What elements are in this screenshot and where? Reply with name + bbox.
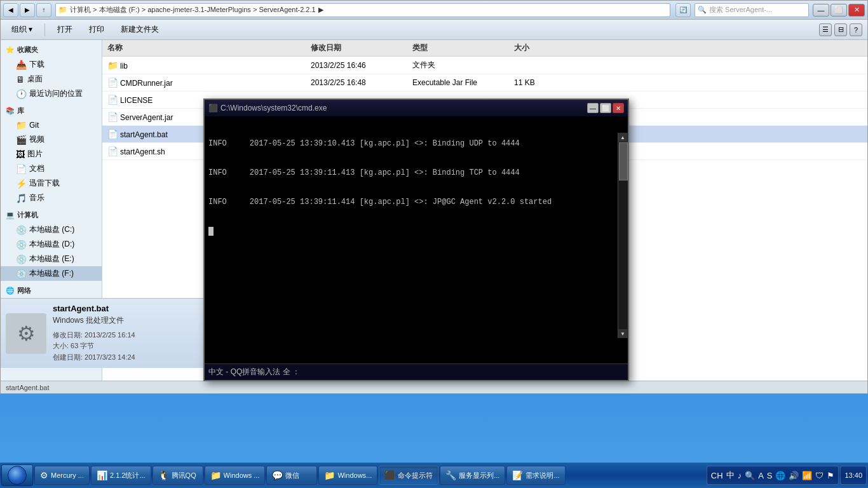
cmd-close-button[interactable]: ✕ <box>613 103 624 113</box>
sh-icon: 📄 <box>107 146 118 156</box>
taskbar-item-windows1[interactable]: 📁 Windows ... <box>205 466 266 485</box>
sidebar-item-recent[interactable]: 🕐 最近访问的位置 <box>1 86 102 101</box>
qq-icon: 🐧 <box>158 470 169 480</box>
address-text: 计算机 > 本地磁盘 (F:) > apache-jmeter-3.1-JMet… <box>70 5 316 15</box>
minimize-button[interactable]: — <box>813 4 829 17</box>
file-row-cmdrunner[interactable]: 📄CMDRunner.jar 2013/2/25 16:48 Executabl… <box>102 74 867 92</box>
sidebar-header-computer[interactable]: 💻 计算机 <box>1 208 102 222</box>
print-button[interactable]: 打印 <box>83 22 110 37</box>
sidebar-item-desktop[interactable]: 🖥 桌面 <box>1 72 102 86</box>
col-header-size[interactable]: 大小 <box>512 41 575 55</box>
clock[interactable]: 13:40 <box>840 466 867 485</box>
preview-filename: startAgent.bat <box>53 304 218 313</box>
new-folder-button[interactable]: 新建文件夹 <box>115 22 165 37</box>
status-bar: startAgent.bat <box>1 381 867 393</box>
taskbar: ⚙ Mercury ... 📊 2.1.2统计... 🐧 腾讯QQ 📁 Wind… <box>0 463 868 488</box>
file-row-lib[interactable]: 📁lib 2013/2/25 16:46 文件夹 <box>102 57 867 74</box>
open-button[interactable]: 打开 <box>51 22 78 37</box>
taskbar-item-qq[interactable]: 🐧 腾讯QQ <box>153 466 203 485</box>
cmd-scrollbar[interactable]: ▲ ▼ <box>618 133 628 338</box>
back-button[interactable]: ◀ <box>3 3 18 17</box>
sidebar-header-network[interactable]: 🌐 网络 <box>1 283 102 298</box>
sidebar-item-d[interactable]: 💿 本地磁盘 (D:) <box>1 237 102 252</box>
start-button[interactable] <box>1 464 33 486</box>
file-list-header: 名称 修改日期 类型 大小 <box>102 40 867 57</box>
bat-icon: 📄 <box>107 129 118 139</box>
col-header-type[interactable]: 类型 <box>410 41 512 55</box>
cmd-minimize-button[interactable]: — <box>587 103 599 113</box>
systray-sound1[interactable]: ♪ <box>736 471 743 480</box>
sidebar-item-f[interactable]: 💿 本地磁盘 (F:) <box>1 266 102 281</box>
taskbar-item-wechat[interactable]: 💬 微信 <box>266 466 317 485</box>
scroll-up-button[interactable]: ▲ <box>618 133 627 142</box>
sidebar-item-downloads[interactable]: 📥 下载 <box>1 57 102 72</box>
systray: CH 中 ♪ 🔍 A S 🌐 🔊 📶 🛡 ⚑ <box>707 466 839 485</box>
video-icon: 🎬 <box>16 135 27 145</box>
taskbar-item-stats[interactable]: 📊 2.1.2统计... <box>91 466 151 485</box>
jar-icon-cmdrunner: 📄 <box>107 78 118 88</box>
systray-security[interactable]: 🛡 <box>814 471 825 480</box>
favorites-icon: ⭐ <box>6 46 15 54</box>
doc-taskbar-icon: 📝 <box>512 470 523 480</box>
search-placeholder: 搜索 ServerAgent-... <box>709 5 772 15</box>
col-header-name[interactable]: 名称 <box>105 41 308 55</box>
systray-ime[interactable]: 中 <box>725 470 736 481</box>
license-icon: 📄 <box>107 95 118 105</box>
up-button[interactable]: ↑ <box>36 3 51 17</box>
sidebar-section-network: 🌐 网络 <box>1 283 102 298</box>
cmd-content[interactable]: INFO 2017-05-25 13:39:10.413 [kg.apc.pl]… <box>205 116 628 363</box>
systray-search[interactable]: 🔍 <box>743 471 756 480</box>
search-icon: 🔍 <box>698 6 707 14</box>
sidebar-header-libraries[interactable]: 📚 库 <box>1 104 102 118</box>
git-icon: 📁 <box>16 120 27 130</box>
music-icon: 🎵 <box>16 193 27 203</box>
computer-icon: 💻 <box>6 211 15 219</box>
sidebar-item-c[interactable]: 💿 本地磁盘 (C:) <box>1 222 102 237</box>
systray-sound2[interactable]: 🔊 <box>787 471 800 480</box>
systray-network[interactable]: 📶 <box>801 471 813 480</box>
preview-info: startAgent.bat Windows 批处理文件 修改日期: 2013/… <box>53 304 218 363</box>
sidebar-header-favorites[interactable]: ⭐ 收藏夹 <box>1 43 102 57</box>
taskbar-item-mercury[interactable]: ⚙ Mercury ... <box>34 466 90 485</box>
taskbar-item-doc[interactable]: 📝 需求说明... <box>506 466 565 485</box>
cmd-titlebar: ⬛ C:\Windows\system32\cmd.exe — ⬜ ✕ <box>205 100 628 116</box>
documents-icon: 📄 <box>16 164 27 174</box>
cmd-ime-bar: 中文 - QQ拼音输入法 全 ： <box>205 363 628 380</box>
cmd-restore-button[interactable]: ⬜ <box>600 103 611 113</box>
col-header-date[interactable]: 修改日期 <box>308 41 410 55</box>
sidebar-item-music[interactable]: 🎵 音乐 <box>1 191 102 205</box>
disk-d-icon: 💿 <box>16 240 27 250</box>
sidebar-item-git[interactable]: 📁 Git <box>1 118 102 132</box>
restore-button[interactable]: ⬜ <box>831 4 847 17</box>
folder-taskbar-icon-2: 📁 <box>324 470 335 480</box>
close-button[interactable]: ✕ <box>848 4 865 17</box>
cmd-scrollbar-thumb[interactable] <box>619 142 628 180</box>
sidebar-item-documents[interactable]: 📄 文档 <box>1 161 102 176</box>
cmd-taskbar-icon: ⬛ <box>384 470 395 480</box>
view-split-button[interactable]: ⊟ <box>834 24 847 36</box>
search-bar[interactable]: 🔍 搜索 ServerAgent-... <box>695 3 809 17</box>
sidebar-item-video[interactable]: 🎬 视频 <box>1 132 102 147</box>
desktop: ◀ ▶ ↑ 📁 计算机 > 本地磁盘 (F:) > apache-jmeter-… <box>0 0 868 488</box>
taskbar-item-windows2[interactable]: 📁 Windows... <box>318 466 377 485</box>
sidebar-item-pictures[interactable]: 🖼 图片 <box>1 147 102 161</box>
folder-taskbar-icon-1: 📁 <box>210 470 221 480</box>
taskbar-item-cmd[interactable]: ⬛ 命令提示符 <box>379 466 438 485</box>
forward-button[interactable]: ▶ <box>20 3 35 17</box>
sidebar-item-thunder[interactable]: ⚡ 迅雷下载 <box>1 176 102 191</box>
cmd-controls: — ⬜ ✕ <box>587 103 624 113</box>
systray-w[interactable]: 🌐 <box>774 471 787 480</box>
organize-button[interactable]: 组织 ▾ <box>6 22 38 37</box>
preview-filetype: Windows 批处理文件 <box>53 315 218 326</box>
systray-s[interactable]: S <box>766 471 774 480</box>
sidebar-item-e[interactable]: 💿 本地磁盘 (E:) <box>1 252 102 266</box>
address-bar[interactable]: 📁 计算机 > 本地磁盘 (F:) > apache-jmeter-3.1-JM… <box>55 3 670 17</box>
systray-ch[interactable]: CH <box>710 471 724 480</box>
view-list-button[interactable]: ☰ <box>819 24 832 36</box>
taskbar-item-service[interactable]: 🔧 服务显示列... <box>440 466 505 485</box>
refresh-button[interactable]: 🔄 <box>675 3 691 17</box>
systray-a[interactable]: A <box>757 471 765 480</box>
systray-action[interactable]: ⚑ <box>825 471 836 480</box>
view-help-button[interactable]: ? <box>850 24 862 36</box>
scroll-down-button[interactable]: ▼ <box>618 329 627 338</box>
